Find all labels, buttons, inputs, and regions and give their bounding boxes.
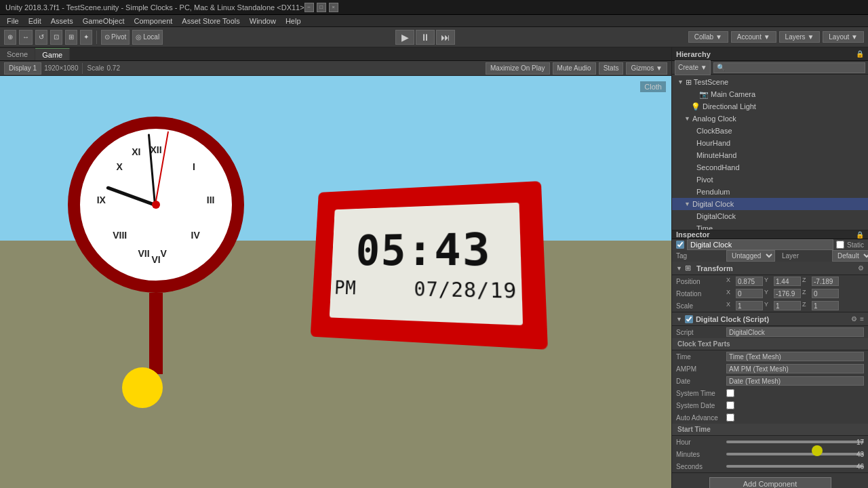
right-panels: Hierarchy 🔒 Create ▼ 🔍 ▼ ⊞ TestScene � xyxy=(671,47,868,488)
transform-header[interactable]: ▼ ⊞ Transform ⚙ xyxy=(672,262,868,275)
transform-title: Transform xyxy=(696,264,855,272)
transform-rotate-tool[interactable]: ↺ xyxy=(35,30,47,45)
transform-component-icon: ⊞ xyxy=(685,264,691,272)
gizmos-button[interactable]: Gizmos ▼ xyxy=(626,62,667,75)
hierarchy-second-hand[interactable]: SecondHand xyxy=(672,161,868,174)
inspector-lock-icon[interactable]: 🔒 xyxy=(856,231,864,239)
minimize-button[interactable]: − xyxy=(304,3,314,12)
digital-clock-label: Digital Clock xyxy=(692,200,734,208)
position-y[interactable] xyxy=(774,277,801,286)
pivot-button[interactable]: ⊙ Pivot xyxy=(101,30,130,45)
scale-y[interactable] xyxy=(774,301,801,310)
transform-rect-tool[interactable]: ⊞ xyxy=(65,30,77,45)
rz-label: Z xyxy=(802,289,810,298)
hierarchy-title: Hierarchy xyxy=(676,50,711,58)
ampm-mesh-label: AMPM xyxy=(676,365,724,373)
scene-arrow-icon: ▼ xyxy=(677,79,686,85)
hierarchy-clock-base[interactable]: ClockBase xyxy=(672,125,868,137)
system-time-row: System Time xyxy=(672,387,868,399)
script-more-icon[interactable]: ≡ xyxy=(860,315,864,323)
hierarchy-digital-clock-mesh[interactable]: DigitalClock xyxy=(672,210,868,222)
transform-scale-tool[interactable]: ⊡ xyxy=(50,30,62,45)
position-z[interactable] xyxy=(812,277,839,286)
script-value[interactable]: DigitalClock xyxy=(726,327,864,337)
local-button[interactable]: ◎ Local xyxy=(132,30,163,45)
object-name: Digital Clock xyxy=(690,241,732,249)
transform-pan-tool[interactable]: ↔ xyxy=(19,30,33,45)
hierarchy-pendulum[interactable]: Pendulum xyxy=(672,186,868,198)
display-button[interactable]: Display 1 xyxy=(4,62,41,75)
ry-label: Y xyxy=(764,289,772,298)
date-mesh-value[interactable]: Date (Text Mesh) xyxy=(726,376,864,386)
minutes-slider-handle[interactable] xyxy=(812,445,823,456)
script-settings-icon[interactable]: ⚙ xyxy=(851,315,857,323)
hierarchy-main-camera[interactable]: 📷 Main Camera xyxy=(672,88,868,100)
maximize-on-play-button[interactable]: Maximize On Play xyxy=(486,62,550,75)
mute-audio-button[interactable]: Mute Audio xyxy=(553,62,596,75)
hierarchy-hour-hand[interactable]: HourHand xyxy=(672,137,868,149)
transform-move-tool[interactable]: ⊕ xyxy=(4,30,16,45)
step-button[interactable]: ⏭ xyxy=(436,30,455,45)
time-mesh-value[interactable]: Time (Text Mesh) xyxy=(726,352,864,361)
hour-row: Hour 17 xyxy=(672,436,868,448)
hierarchy-minute-hand[interactable]: MinuteHand xyxy=(672,149,868,161)
sz-label: Z xyxy=(802,301,810,310)
layers-button[interactable]: Layers ▼ xyxy=(779,31,821,43)
hierarchy-directional-light[interactable]: 💡 Directional Light xyxy=(672,100,868,113)
time-mesh-label: Time xyxy=(676,353,724,361)
scale-xyz: X Y Z xyxy=(726,301,864,310)
layout-button[interactable]: Layout ▼ xyxy=(823,31,864,43)
add-component-button[interactable]: Add Component xyxy=(709,477,831,488)
object-static-checkbox[interactable] xyxy=(836,241,844,249)
stats-button[interactable]: Stats xyxy=(599,62,624,75)
hierarchy-time[interactable]: Time xyxy=(672,222,868,230)
script-label: Script xyxy=(676,329,724,336)
menu-gameobject[interactable]: GameObject xyxy=(79,15,129,27)
hour-label: Hour xyxy=(676,439,724,446)
hierarchy-header: Hierarchy 🔒 xyxy=(672,47,868,61)
menu-assetstoretools[interactable]: Asset Store Tools xyxy=(178,15,243,27)
menu-help[interactable]: Help xyxy=(281,15,305,27)
menu-component[interactable]: Component xyxy=(130,15,176,27)
collab-button[interactable]: Collab ▼ xyxy=(688,31,728,43)
hierarchy-lock-icon[interactable]: 🔒 xyxy=(856,50,864,58)
play-button[interactable]: ▶ xyxy=(395,30,414,45)
auto-advance-checkbox[interactable] xyxy=(726,413,734,422)
local-icon: ◎ xyxy=(136,33,142,41)
transform-menu-icon[interactable]: ⚙ xyxy=(858,264,864,272)
scale-x[interactable] xyxy=(736,301,763,310)
scale-z[interactable] xyxy=(812,301,839,310)
tab-scene[interactable]: Scene xyxy=(0,48,35,60)
maximize-button[interactable]: □ xyxy=(317,3,326,12)
menu-assets[interactable]: Assets xyxy=(47,15,77,27)
close-button[interactable]: × xyxy=(329,3,338,12)
hour-value: 17 xyxy=(845,439,864,446)
hierarchy-pivot[interactable]: Pivot xyxy=(672,174,868,186)
rotation-y[interactable] xyxy=(774,289,801,298)
tab-game[interactable]: Game xyxy=(35,48,70,60)
object-active-checkbox[interactable] xyxy=(676,241,684,249)
hierarchy-digital-clock[interactable]: ▼ Digital Clock xyxy=(672,198,868,210)
hierarchy-create-button[interactable]: Create ▼ xyxy=(675,60,711,75)
layer-dropdown[interactable]: Default xyxy=(832,250,868,262)
position-x[interactable] xyxy=(736,277,763,286)
script-header[interactable]: ▼ Digital Clock (Script) ⚙ ≡ xyxy=(672,312,868,326)
script-active-checkbox[interactable] xyxy=(685,315,693,323)
menu-edit[interactable]: Edit xyxy=(24,15,45,27)
menu-window[interactable]: Window xyxy=(245,15,280,27)
resolution-label: 1920×1080 xyxy=(44,64,78,72)
rotation-x[interactable] xyxy=(736,289,763,298)
rx-label: X xyxy=(726,289,734,298)
tag-dropdown[interactable]: Untagged xyxy=(726,250,775,262)
rotation-z[interactable] xyxy=(812,289,839,298)
pause-button[interactable]: ⏸ xyxy=(416,30,435,45)
menu-file[interactable]: File xyxy=(3,15,23,27)
ampm-mesh-value[interactable]: AM PM (Text Mesh) xyxy=(726,364,864,373)
system-time-checkbox[interactable] xyxy=(726,389,734,397)
account-button[interactable]: Account ▼ xyxy=(731,31,776,43)
scene-toolbar: Display 1 1920×1080 Scale 0.72 Maximize … xyxy=(0,61,671,76)
transform-all-tool[interactable]: ✦ xyxy=(80,30,92,45)
hierarchy-scene-root[interactable]: ▼ ⊞ TestScene xyxy=(672,76,868,88)
hierarchy-analog-clock[interactable]: ▼ Analog Clock xyxy=(672,113,868,125)
system-date-checkbox[interactable] xyxy=(726,401,734,409)
